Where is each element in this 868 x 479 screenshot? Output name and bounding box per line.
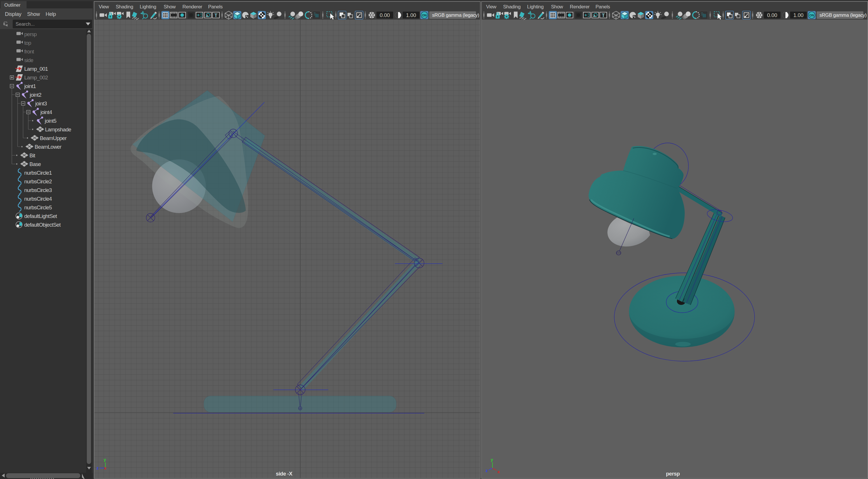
- svg-text:BeamUpper: BeamUpper: [40, 135, 67, 141]
- svg-text:side -X: side -X: [276, 471, 292, 477]
- svg-text:nurbsCircle5: nurbsCircle5: [24, 204, 52, 210]
- svg-text:joint4: joint4: [40, 109, 52, 115]
- svg-text:nurbsCircle4: nurbsCircle4: [24, 196, 52, 202]
- svg-text:x: x: [104, 466, 106, 470]
- svg-text:side: side: [24, 57, 33, 63]
- svg-text:y: y: [491, 457, 493, 462]
- svg-text:nurbsCircle3: nurbsCircle3: [24, 187, 52, 193]
- svg-text:Search...: Search...: [16, 21, 35, 27]
- svg-text:z: z: [486, 468, 488, 473]
- svg-text:Lampshade: Lampshade: [45, 126, 71, 132]
- svg-text:nurbsCircle1: nurbsCircle1: [24, 170, 52, 176]
- svg-text:BeamLower: BeamLower: [35, 144, 61, 150]
- svg-text:nurbsCircle2: nurbsCircle2: [24, 178, 52, 184]
- svg-text:persp: persp: [666, 471, 680, 477]
- svg-text:Bit: Bit: [29, 152, 35, 158]
- svg-text:joint2: joint2: [29, 92, 41, 98]
- svg-text:Display: Display: [5, 11, 21, 17]
- svg-text:Show: Show: [27, 11, 40, 17]
- svg-text:x: x: [497, 469, 500, 474]
- svg-text:top: top: [24, 40, 31, 46]
- svg-text:persp: persp: [24, 31, 37, 37]
- svg-text:z: z: [96, 466, 99, 470]
- svg-text:Lamp_002: Lamp_002: [24, 74, 48, 81]
- svg-text:defaultLightSet: defaultLightSet: [24, 213, 57, 219]
- svg-text:front: front: [24, 49, 34, 55]
- svg-text:Lamp_001: Lamp_001: [24, 66, 48, 72]
- svg-text:joint5: joint5: [44, 118, 56, 124]
- svg-text:Outliner: Outliner: [4, 3, 21, 7]
- svg-text:defaultObjectSet: defaultObjectSet: [24, 222, 61, 228]
- svg-text:joint3: joint3: [35, 100, 47, 107]
- svg-text:Base: Base: [29, 161, 41, 167]
- svg-text:y: y: [104, 457, 106, 462]
- svg-text:Help: Help: [45, 11, 56, 17]
- svg-text:joint1: joint1: [24, 83, 36, 89]
